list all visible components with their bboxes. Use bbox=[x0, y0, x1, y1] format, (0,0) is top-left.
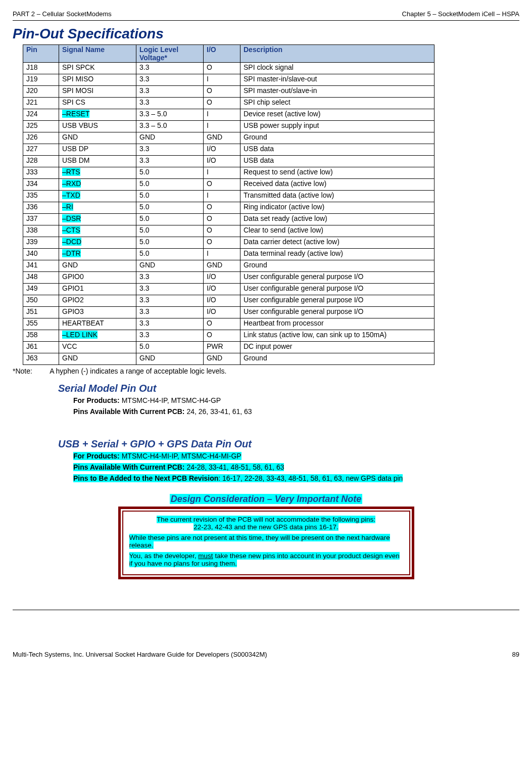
cell-desc: SPI chip select bbox=[240, 98, 434, 109]
table-row: J20SPI MOSI3.3OSPI master-out/slave-in bbox=[23, 86, 434, 98]
cell-pin: J25 bbox=[23, 121, 59, 132]
table-row: J39–DCD5.0OData carrier detect (active l… bbox=[23, 237, 434, 249]
cell-pin: J48 bbox=[23, 272, 59, 284]
cell-logic: 3.3 – 5.0 bbox=[136, 121, 204, 132]
cell-signal: –CTS bbox=[59, 225, 136, 237]
highlighted-signal: –RI bbox=[62, 203, 73, 211]
cell-io: O bbox=[204, 330, 240, 342]
cell-io: O bbox=[204, 318, 240, 330]
cell-desc: Data terminal ready (active low) bbox=[240, 249, 434, 260]
cell-pin: J26 bbox=[23, 132, 59, 144]
th-logic: Logic Level Voltage* bbox=[136, 45, 204, 63]
cell-desc: Received data (active low) bbox=[240, 179, 434, 191]
cell-signal: –DSR bbox=[59, 214, 136, 225]
cell-signal: –LED LINK bbox=[59, 330, 136, 342]
table-row: J51GPIO33.3I/OUser configurable general … bbox=[23, 307, 434, 318]
cell-desc: Data carrier detect (active low) bbox=[240, 237, 434, 249]
th-desc: Description bbox=[240, 45, 434, 63]
cell-logic: 3.3 bbox=[136, 318, 204, 330]
table-row: J28USB DM3.3I/OUSB data bbox=[23, 156, 434, 167]
cell-signal: USB VBUS bbox=[59, 121, 136, 132]
cell-logic: 5.0 bbox=[136, 202, 204, 214]
serial-products-value: MTSMC-H4-IP, MTSMC-H4-GP bbox=[120, 396, 221, 404]
table-row: J48GPIO03.3I/OUser configurable general … bbox=[23, 272, 434, 284]
cell-io: O bbox=[204, 63, 240, 74]
cell-logic: 3.3 bbox=[136, 295, 204, 307]
cell-desc: Ground bbox=[240, 260, 434, 272]
cell-pin: J61 bbox=[23, 342, 59, 353]
cell-signal: GND bbox=[59, 353, 136, 365]
table-row: J63GNDGNDGNDGround bbox=[23, 353, 434, 365]
cell-logic: GND bbox=[136, 353, 204, 365]
cell-io: GND bbox=[204, 353, 240, 365]
cell-signal: SPI MOSI bbox=[59, 86, 136, 98]
cell-io: O bbox=[204, 86, 240, 98]
design-heading: Design Consideration – Very Important No… bbox=[170, 494, 362, 504]
cell-logic: 5.0 bbox=[136, 191, 204, 202]
cell-logic: 3.3 bbox=[136, 156, 204, 167]
serial-pins-label: Pins Available With Current PCB: bbox=[73, 407, 185, 416]
serial-pins-value: 24, 26, 33-41, 61, 63 bbox=[185, 407, 252, 416]
cell-pin: J24 bbox=[23, 109, 59, 121]
table-row: J55HEARTBEAT3.3OHeartbeat from processor bbox=[23, 318, 434, 330]
cell-pin: J20 bbox=[23, 86, 59, 98]
table-row: J19SPI MISO3.3ISPI master-in/slave-out bbox=[23, 74, 434, 86]
usb-body: For Products: MTSMC-H4-MI-IP, MTSMC-H4-M… bbox=[73, 451, 519, 484]
usb-title: USB + Serial + GPIO + GPS Data Pin Out bbox=[58, 438, 519, 450]
highlighted-signal: –RXD bbox=[62, 179, 81, 188]
cell-logic: 3.3 bbox=[136, 144, 204, 156]
usb-products-label: For Products: bbox=[73, 452, 120, 460]
cell-desc: DC input power bbox=[240, 342, 434, 353]
table-row: J41GNDGNDGNDGround bbox=[23, 260, 434, 272]
cell-desc: Heartbeat from processor bbox=[240, 318, 434, 330]
cell-logic: 5.0 bbox=[136, 342, 204, 353]
cell-signal: GPIO1 bbox=[59, 284, 136, 295]
cell-signal: GPIO0 bbox=[59, 272, 136, 284]
table-row: J34–RXD5.0OReceived data (active low) bbox=[23, 179, 434, 191]
note-line: *Note: A hyphen (-) indicates a range of… bbox=[13, 367, 519, 375]
cell-logic: 5.0 bbox=[136, 167, 204, 179]
cell-logic: 5.0 bbox=[136, 225, 204, 237]
cell-io: I/O bbox=[204, 284, 240, 295]
cell-signal: –RTS bbox=[59, 167, 136, 179]
table-row: J25USB VBUS3.3 – 5.0IUSB power supply in… bbox=[23, 121, 434, 132]
highlighted-signal: –LED LINK bbox=[62, 331, 98, 339]
cell-io: GND bbox=[204, 260, 240, 272]
cell-signal: VCC bbox=[59, 342, 136, 353]
cell-desc: Data set ready (active low) bbox=[240, 214, 434, 225]
usb-pins-label: Pins Available With Current PCB: bbox=[73, 463, 185, 471]
cell-signal: USB DP bbox=[59, 144, 136, 156]
cell-io: O bbox=[204, 179, 240, 191]
table-row: J24–RESET3.3 – 5.0IDevice reset (active … bbox=[23, 109, 434, 121]
cell-desc: Ground bbox=[240, 353, 434, 365]
table-row: J33–RTS5.0IRequest to send (active low) bbox=[23, 167, 434, 179]
note-label: *Note: bbox=[13, 367, 48, 375]
table-row: J61VCC5.0PWRDC input power bbox=[23, 342, 434, 353]
table-row: J26GNDGNDGNDGround bbox=[23, 132, 434, 144]
cell-logic: 5.0 bbox=[136, 214, 204, 225]
design-box: The current revision of the PCB will not… bbox=[118, 507, 414, 579]
design-p3a: You, as the developer, bbox=[129, 552, 199, 560]
highlighted-signal: –DTR bbox=[62, 249, 81, 257]
table-row: J21SPI CS3.3OSPI chip select bbox=[23, 98, 434, 109]
cell-logic: 3.3 bbox=[136, 330, 204, 342]
page-title: Pin-Out Specifications bbox=[13, 26, 519, 42]
cell-io: O bbox=[204, 214, 240, 225]
table-row: J50GPIO23.3I/OUser configurable general … bbox=[23, 295, 434, 307]
cell-desc: USB power supply input bbox=[240, 121, 434, 132]
highlighted-signal: –DSR bbox=[62, 214, 81, 222]
cell-signal: –RESET bbox=[59, 109, 136, 121]
cell-pin: J27 bbox=[23, 144, 59, 156]
cell-pin: J37 bbox=[23, 214, 59, 225]
table-row: J18SPI SPCK3.3OSPI clock signal bbox=[23, 63, 434, 74]
table-header-row: Pin Signal Name Logic Level Voltage* I/O… bbox=[23, 45, 434, 63]
cell-desc: SPI master-out/slave-in bbox=[240, 86, 434, 98]
cell-io: O bbox=[204, 98, 240, 109]
table-row: J35–TXD5.0ITransmitted data (active low) bbox=[23, 191, 434, 202]
cell-desc: Link status (active low, can sink up to … bbox=[240, 330, 434, 342]
cell-io: I bbox=[204, 167, 240, 179]
table-row: J36–RI5.0ORing indicator (active low) bbox=[23, 202, 434, 214]
header-left: PART 2 – Cellular SocketModems bbox=[13, 10, 112, 18]
th-io: I/O bbox=[204, 45, 240, 63]
cell-pin: J21 bbox=[23, 98, 59, 109]
